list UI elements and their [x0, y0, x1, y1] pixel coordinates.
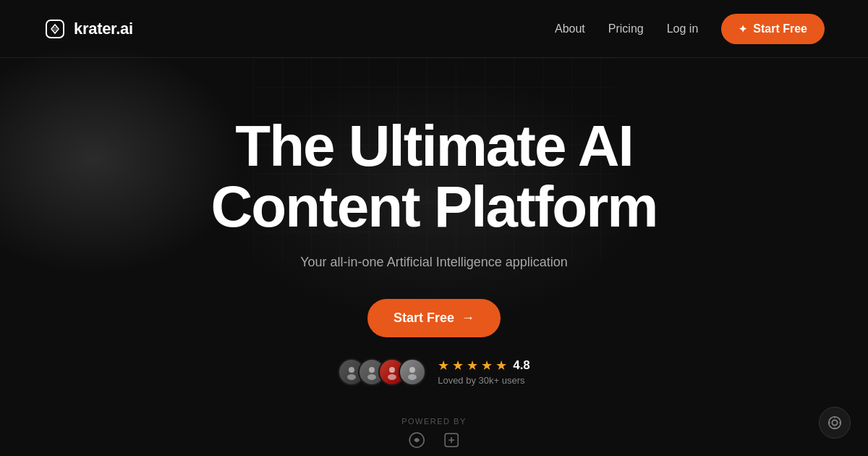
nav-cta-label: Start Free	[753, 22, 807, 35]
nav-login[interactable]: Log in	[667, 22, 699, 35]
rating-number: 4.8	[513, 358, 530, 373]
nav-pricing[interactable]: Pricing	[608, 22, 644, 35]
svg-point-2	[349, 367, 354, 373]
hero-title-line1: The Ultimate AI	[235, 114, 632, 178]
stars-row: ★ ★ ★ ★ ★ 4.8	[438, 358, 530, 373]
svg-point-8	[409, 367, 415, 373]
hero-title: The Ultimate AI Content Platform	[211, 116, 658, 237]
hero-cta-label: Start Free	[393, 311, 454, 326]
svg-rect-1	[53, 27, 57, 31]
social-proof: ★ ★ ★ ★ ★ 4.8 Loved by 30k+ users	[338, 358, 530, 386]
rating-area: ★ ★ ★ ★ ★ 4.8 Loved by 30k+ users	[438, 358, 530, 386]
svg-point-3	[347, 374, 356, 380]
svg-point-4	[369, 367, 375, 373]
chat-support-button[interactable]	[819, 407, 851, 439]
powered-by-label: POWERED BY	[401, 417, 467, 426]
svg-point-7	[388, 374, 396, 380]
star-3: ★	[467, 358, 478, 373]
powered-by-section: POWERED BY	[401, 417, 467, 449]
svg-point-15	[832, 420, 837, 425]
svg-point-6	[389, 367, 395, 373]
powered-logo-1	[408, 431, 425, 449]
avatar-4	[399, 358, 426, 386]
star-2: ★	[452, 358, 464, 373]
arrow-icon: →	[461, 311, 475, 326]
svg-point-14	[829, 417, 841, 429]
hero-title-line2: Content Platform	[211, 174, 658, 239]
svg-point-9	[408, 374, 417, 380]
hero-section: The Ultimate AI Content Platform Your al…	[0, 58, 868, 386]
svg-point-5	[367, 374, 376, 380]
nav-about[interactable]: About	[555, 22, 585, 35]
hero-start-free-button[interactable]: Start Free →	[367, 299, 501, 337]
star-5: ★	[495, 358, 507, 373]
nav-start-free-button[interactable]: ✦ Start Free	[721, 14, 825, 44]
avatars-group	[338, 358, 426, 386]
rating-label: Loved by 30k+ users	[438, 375, 524, 386]
brand-name: krater.ai	[74, 20, 133, 38]
spark-icon: ✦	[739, 23, 747, 35]
navbar: krater.ai About Pricing Log in ✦ Start F…	[0, 0, 868, 58]
star-4: ★	[481, 358, 493, 373]
logo-area[interactable]: krater.ai	[43, 17, 133, 41]
hero-subtitle: Your all-in-one Artificial Intelligence …	[300, 255, 568, 270]
powered-logo-2	[443, 431, 460, 449]
logo-icon	[43, 17, 67, 41]
powered-logos	[408, 431, 460, 449]
chat-icon	[827, 415, 843, 431]
nav-links: About Pricing Log in ✦ Start Free	[555, 14, 825, 44]
star-1: ★	[438, 358, 449, 373]
